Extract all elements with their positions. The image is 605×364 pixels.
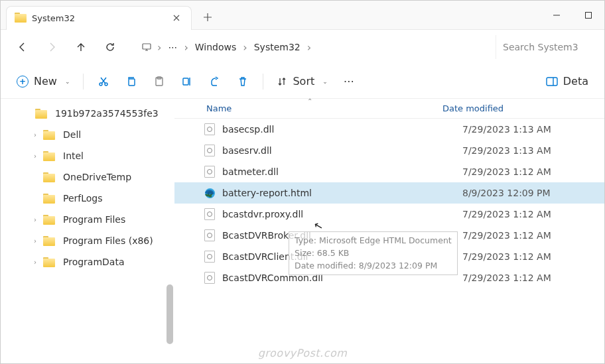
back-button[interactable] [10, 34, 35, 60]
svg-point-2 [100, 83, 102, 86]
tooltip-date: Date modified: 8/9/2023 12:09 PM [295, 260, 452, 273]
breadcrumb-item[interactable]: Windows [190, 39, 242, 55]
sidebar-item-label: OneDriveTemp [63, 172, 131, 182]
sidebar-item-label: Dell [63, 129, 81, 140]
up-button[interactable] [68, 34, 94, 60]
search-placeholder: Search System3 [503, 42, 578, 52]
svg-rect-7 [183, 78, 188, 85]
file-row[interactable]: bcastdvr.proxy.dll7/29/2023 1:12 AM [174, 204, 604, 225]
folder-icon [35, 109, 47, 119]
folder-icon [43, 172, 55, 182]
pc-icon[interactable] [137, 38, 156, 56]
sort-label: Sort [293, 75, 314, 88]
file-name: basecsp.dll [222, 124, 462, 135]
svg-point-3 [105, 83, 107, 86]
folder-icon [43, 236, 55, 246]
toolbar: + New ⌄ Sort ⌄ ⋯ Deta [1, 64, 604, 99]
rename-button[interactable] [174, 70, 200, 93]
sidebar-item[interactable]: ›Program Files (x86) [1, 230, 174, 251]
new-label: New [34, 75, 57, 88]
sidebar-item-label: Program Files [63, 214, 125, 225]
folder-icon [43, 215, 55, 225]
file-date: 7/29/2023 1:13 AM [462, 124, 551, 135]
sidebar-item-label: PerfLogs [63, 193, 103, 204]
breadcrumb[interactable]: › ⋯ › Windows › System32 › [133, 35, 485, 59]
svg-rect-4 [129, 79, 135, 86]
tooltip-size: Size: 68.5 KB [295, 247, 452, 260]
sidebar-item[interactable]: ›PerfLogs [1, 188, 174, 209]
sidebar-item[interactable]: ›OneDriveTemp [1, 166, 174, 188]
sidebar-item[interactable]: ›ProgramData [1, 251, 174, 273]
file-row[interactable]: batmeter.dll7/29/2023 1:12 AM [174, 161, 604, 182]
file-date: 8/9/2023 12:09 PM [462, 188, 551, 198]
search-input[interactable]: Search System3 [496, 35, 595, 59]
paste-button[interactable] [146, 70, 172, 93]
cut-button[interactable] [90, 70, 117, 93]
sidebar-item-label: ProgramData [63, 257, 125, 267]
dll-icon [204, 229, 216, 241]
edge-icon [204, 187, 216, 199]
folder-icon [43, 194, 55, 204]
chevron-right-icon: › [30, 216, 40, 223]
chevron-right-icon: › [306, 41, 312, 54]
sidebar-item-label: 191b972a3574553fe3 [55, 108, 159, 119]
chevron-right-icon: › [182, 41, 189, 54]
details-label: Deta [563, 75, 588, 88]
file-name: batmeter.dll [222, 166, 462, 177]
details-button[interactable]: Deta [539, 70, 595, 93]
titlebar: System32 [1, 1, 604, 30]
tooltip-type: Type: Microsoft Edge HTML Document [295, 235, 452, 247]
new-tab-button[interactable] [196, 5, 220, 29]
maximize-button[interactable] [572, 1, 604, 30]
delete-button[interactable] [230, 70, 256, 93]
folder-icon [43, 130, 55, 140]
sidebar-item-label: Intel [63, 151, 84, 161]
file-row[interactable]: basecsp.dll7/29/2023 1:13 AM [174, 119, 604, 140]
chevron-right-icon: › [156, 41, 163, 54]
new-button[interactable]: + New ⌄ [10, 70, 76, 93]
watermark: groovyPost.com [258, 347, 348, 359]
navbar: › ⋯ › Windows › System32 › Search System… [1, 30, 604, 64]
tab-title: System32 [32, 13, 167, 23]
file-date: 7/29/2023 1:12 AM [462, 273, 551, 283]
file-row[interactable]: basesrv.dll7/29/2023 1:13 AM [174, 140, 604, 161]
file-tooltip: Type: Microsoft Edge HTML Document Size:… [289, 231, 458, 275]
sidebar-item-label: Program Files (x86) [63, 235, 153, 246]
column-name[interactable]: Name [204, 103, 442, 113]
share-button[interactable] [202, 70, 228, 93]
file-row[interactable]: battery-report.html8/9/2023 12:09 PM [174, 182, 604, 204]
scrollbar[interactable] [167, 284, 173, 344]
sort-button[interactable]: Sort ⌄ [270, 70, 334, 93]
column-date[interactable]: Date modified [442, 103, 504, 113]
details-icon [546, 77, 558, 86]
file-date: 7/29/2023 1:12 AM [462, 251, 551, 262]
chevron-right-icon: › [30, 131, 40, 139]
forward-button[interactable] [39, 34, 64, 60]
file-date: 7/29/2023 1:12 AM [462, 209, 551, 219]
active-tab[interactable]: System32 [6, 6, 192, 30]
folder-icon [43, 257, 55, 267]
sidebar-item[interactable]: ›Intel [1, 145, 174, 166]
close-tab-button[interactable] [167, 9, 186, 27]
more-button[interactable]: ⋯ [336, 70, 362, 93]
dll-icon [204, 166, 216, 178]
copy-button[interactable] [118, 70, 145, 93]
dll-icon [204, 208, 216, 220]
dll-icon [204, 123, 216, 135]
dll-icon [204, 272, 216, 284]
folder-icon [15, 13, 25, 23]
refresh-button[interactable] [98, 34, 123, 60]
chevron-right-icon: › [30, 152, 40, 160]
sort-icon [277, 76, 287, 87]
file-date: 7/29/2023 1:12 AM [462, 230, 551, 241]
sidebar-item[interactable]: ›191b972a3574553fe3 [1, 103, 174, 124]
breadcrumb-overflow[interactable]: ⋯ [163, 39, 182, 55]
dll-icon [204, 251, 216, 263]
window-controls [541, 1, 604, 30]
breadcrumb-item[interactable]: System32 [249, 39, 306, 55]
sidebar: ›191b972a3574553fe3›Dell›Intel›OneDriveT… [1, 99, 174, 363]
chevron-right-icon: › [241, 41, 248, 54]
minimize-button[interactable] [541, 1, 572, 30]
sidebar-item[interactable]: ›Program Files [1, 209, 174, 230]
sidebar-item[interactable]: ›Dell [1, 124, 174, 145]
